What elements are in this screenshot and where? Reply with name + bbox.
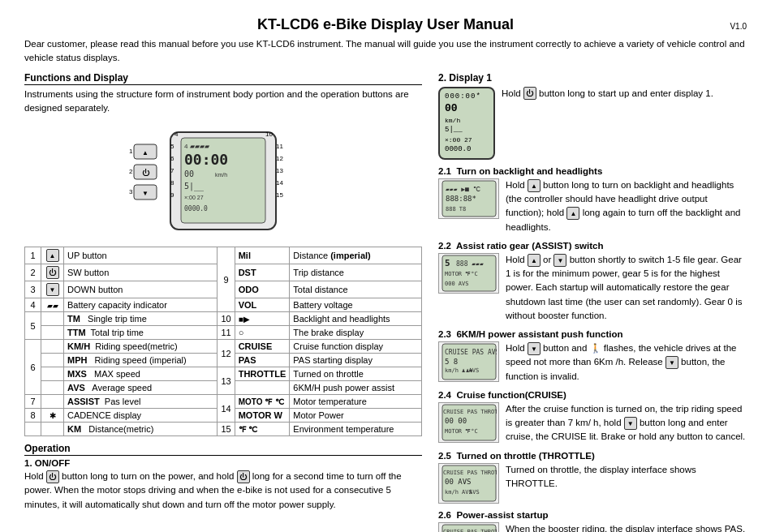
section23-heading: 2.3 6KM/H power assistant push function xyxy=(438,329,747,339)
svg-text:km/h: km/h xyxy=(215,172,227,178)
svg-text:00  AVS: 00 AVS xyxy=(445,478,472,486)
section25-heading: 2.5 Turned on throttle (THROTTLE) xyxy=(438,451,747,461)
svg-text:15: 15 xyxy=(276,191,283,199)
svg-text:×:00  27: ×:00 27 xyxy=(184,195,204,200)
svg-text:km/h ♟ AVS: km/h ♟ AVS xyxy=(445,367,479,374)
section24-text: After the cruise function is turned on, … xyxy=(506,402,747,444)
svg-text:CRUISE PAS AVS: CRUISE PAS AVS xyxy=(445,349,497,356)
svg-text:8: 8 xyxy=(170,179,174,187)
section24-heading: 2.4 Cruise function(CRUISE) xyxy=(438,390,747,400)
functions-desc: Instruments using the structure form of … xyxy=(24,88,422,116)
svg-text:5: 5 xyxy=(170,143,174,150)
section21: ▰▰▰ ▶■ ℃ 888:88* 888 T8 Hold button long… xyxy=(438,178,747,234)
svg-text:9: 9 xyxy=(170,191,174,199)
section22-img: 5 888 ▰▰▰ MOTOR ℉°C 000 AVS xyxy=(438,253,499,294)
right-column: 2. Display 1 000:00* 00 km/h 5|__ ×:00 2… xyxy=(438,72,747,533)
svg-text:5: 5 xyxy=(445,258,450,268)
intro-text: Dear customer, please read this manual b… xyxy=(24,37,747,66)
svg-text:11: 11 xyxy=(276,143,283,150)
operation-section: Operation 1. ON/OFF Hold button long to … xyxy=(24,443,422,512)
section25-text: Turned on throttle, the display interfac… xyxy=(506,463,747,491)
svg-text:00 00: 00 00 xyxy=(445,417,467,425)
display1-lcd: 000:00* 00 km/h 5|__ ×:00 27 0000.0 xyxy=(438,87,495,160)
svg-text:6: 6 xyxy=(170,155,174,162)
svg-text:MOTOR ℉°C: MOTOR ℉°C xyxy=(445,271,478,277)
section23-text: Hold button and 🚶 flashes, the vehicle d… xyxy=(506,341,747,384)
svg-text:888  T8: 888 T8 xyxy=(446,206,466,212)
svg-text:CRUISE PAS THROTTLE: CRUISE PAS THROTTLE xyxy=(443,470,497,476)
svg-text:13: 13 xyxy=(276,167,283,174)
svg-text:AVS: AVS xyxy=(469,489,480,496)
operation-heading: Operation xyxy=(24,443,422,456)
svg-text:CRUISE PAS THROTTLE: CRUISE PAS THROTTLE xyxy=(443,529,497,532)
instrument-diagram: ▲ 1 ⏻ 2 ▼ 3 4 ▰▰▰▰ 00:00 00 km/h xyxy=(24,120,422,242)
display1-section: 000:00* 00 km/h 5|__ ×:00 27 0000.0 Hold… xyxy=(438,87,747,160)
section21-text: Hold button long to turn on backlight an… xyxy=(506,178,747,234)
svg-text:4: 4 xyxy=(174,131,179,138)
on-off-heading: 1. ON/OFF xyxy=(24,458,422,468)
section22: 5 888 ▰▰▰ MOTOR ℉°C 000 AVS Hold or butt… xyxy=(438,253,747,323)
svg-text:00:00: 00:00 xyxy=(184,151,228,168)
svg-text:km/h  AVS: km/h AVS xyxy=(445,489,472,496)
display1-text: Hold button long to start up and enter d… xyxy=(502,87,747,101)
section26-text: When the booster riding, the display int… xyxy=(506,522,747,532)
svg-text:CRUISE PAS THROTTLE: CRUISE PAS THROTTLE xyxy=(443,409,497,415)
section26: CRUISE PAS THROTTLE 00 AVS AVS AVS AVS W… xyxy=(438,522,747,532)
svg-text:♟✱: ♟✱ xyxy=(466,367,473,374)
svg-text:4 ▰▰▰▰: 4 ▰▰▰▰ xyxy=(184,143,210,150)
on-off-text: Hold button long to turn on the power, a… xyxy=(24,470,422,512)
spec-table: 1 UP button 9 Mil Distance (imperial) 2 … xyxy=(24,247,422,436)
section24: CRUISE PAS THROTTLE 00 00 MOTOR ℉°C Afte… xyxy=(438,402,747,444)
section23-img: CRUISE PAS AVS 5 8 km/h ♟ AVS ♟✱ xyxy=(438,341,499,382)
section26-img: CRUISE PAS THROTTLE 00 AVS AVS AVS AVS xyxy=(438,522,499,532)
svg-text:0000.0: 0000.0 xyxy=(184,205,208,212)
svg-text:3: 3 xyxy=(129,188,133,195)
functions-heading: Functions and Display xyxy=(24,72,422,85)
section21-img: ▰▰▰ ▶■ ℃ 888:88* 888 T8 xyxy=(438,178,499,219)
section26-heading: 2.6 Power-assist startup xyxy=(438,510,747,520)
display1-heading: 2. Display 1 xyxy=(438,72,747,84)
svg-text:7: 7 xyxy=(170,167,174,174)
svg-text:▲: ▲ xyxy=(142,149,149,157)
svg-text:000  AVS: 000 AVS xyxy=(445,281,469,287)
section22-heading: 2.2 Assist ratio gear (ASSIST) switch xyxy=(438,241,747,251)
svg-text:888 ▰▰▰: 888 ▰▰▰ xyxy=(456,260,484,268)
svg-text:MOTOR ℉°C: MOTOR ℉°C xyxy=(445,428,478,435)
section25-img: CRUISE PAS THROTTLE 00 AVS km/h AVS AVS xyxy=(438,463,499,504)
svg-text:5 8: 5 8 xyxy=(445,358,458,366)
section23: CRUISE PAS AVS 5 8 km/h ♟ AVS ♟✱ Hold bu… xyxy=(438,341,747,384)
svg-text:▼: ▼ xyxy=(142,190,149,197)
section21-heading: 2.1 Turn on backlight and headlights xyxy=(438,166,747,176)
svg-text:14: 14 xyxy=(276,179,283,187)
svg-text:00: 00 xyxy=(184,169,194,178)
svg-text:10: 10 xyxy=(265,131,273,138)
section24-img: CRUISE PAS THROTTLE 00 00 MOTOR ℉°C xyxy=(438,402,499,443)
svg-text:888:88*: 888:88* xyxy=(446,195,476,203)
section25: CRUISE PAS THROTTLE 00 AVS km/h AVS AVS … xyxy=(438,463,747,504)
svg-text:5|__: 5|__ xyxy=(184,182,205,191)
svg-text:12: 12 xyxy=(276,155,283,162)
svg-text:▰▰▰ ▶■ ℃: ▰▰▰ ▶■ ℃ xyxy=(446,186,480,193)
section22-text: Hold or button shortly to switch 1-5 fil… xyxy=(506,253,747,323)
svg-text:2: 2 xyxy=(129,168,133,175)
svg-text:1: 1 xyxy=(129,148,133,155)
svg-text:⏻: ⏻ xyxy=(142,169,150,177)
